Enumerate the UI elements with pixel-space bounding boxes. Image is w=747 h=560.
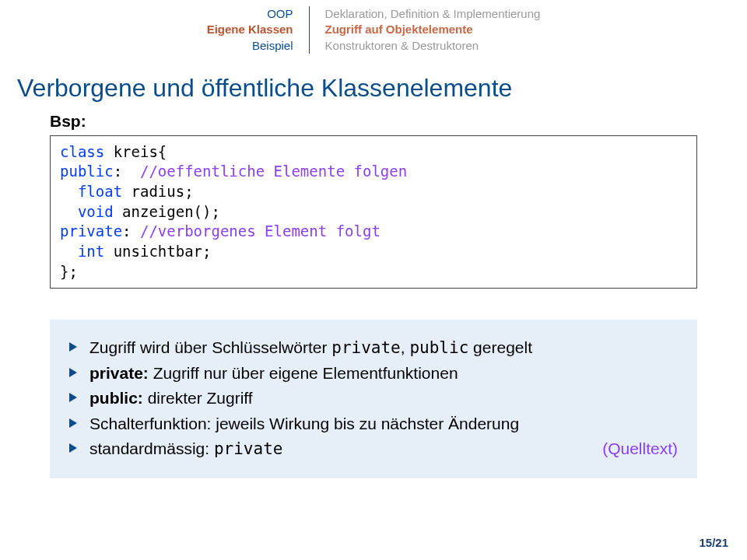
slide-title: Verborgene und öffentliche Klassenelemen… bbox=[17, 74, 747, 103]
code-text bbox=[60, 203, 78, 220]
bullet-bold: public: bbox=[89, 389, 143, 407]
list-item: private: Zugriff nur über eigene Element… bbox=[69, 362, 678, 385]
code-text: : bbox=[114, 163, 140, 180]
bullet-text: direkter Zugriff bbox=[143, 389, 253, 407]
list-item: standardmässig: private(Quelltext) bbox=[69, 437, 678, 460]
code-text bbox=[60, 183, 78, 200]
nav-right-item[interactable]: Deklaration, Definition & Implementierun… bbox=[325, 6, 541, 22]
code-keyword: public bbox=[60, 163, 114, 180]
list-item: Schalterfunktion: jeweils Wirkung bis zu… bbox=[69, 412, 678, 436]
top-navigation: OOP Eigene Klassen Beispiel Deklaration,… bbox=[0, 0, 747, 54]
list-item: Zugriff wird über Schlüsselwörter privat… bbox=[69, 336, 678, 359]
nav-left-item[interactable]: OOP bbox=[207, 6, 293, 22]
list-item: public: direkter Zugriff bbox=[69, 387, 678, 410]
bullet-icon bbox=[69, 393, 77, 402]
source-link[interactable]: (Quelltext) bbox=[602, 437, 678, 460]
nav-right-item[interactable]: Konstruktoren & Destruktoren bbox=[325, 38, 541, 54]
code-keyword: int bbox=[78, 243, 104, 260]
bullet-list: Zugriff wird über Schlüsselwörter privat… bbox=[69, 336, 678, 460]
bullet-icon bbox=[69, 418, 77, 428]
bullet-text: Zugriff wird über Schlüsselwörter bbox=[89, 338, 331, 356]
page-number: 15/21 bbox=[699, 536, 728, 549]
code-keyword: private bbox=[60, 222, 122, 240]
bullet-icon bbox=[69, 342, 77, 352]
code-keyword: class bbox=[60, 143, 104, 160]
bullet-text: geregelt bbox=[468, 338, 532, 356]
code-text bbox=[60, 243, 78, 260]
nav-right-item-active[interactable]: Zugriff auf Objektelemente bbox=[325, 22, 541, 37]
nav-left-item-active[interactable]: Eigene Klassen bbox=[207, 22, 293, 37]
code-text: : bbox=[122, 222, 140, 240]
code-inline: private bbox=[214, 439, 283, 458]
bullet-icon bbox=[69, 443, 77, 453]
code-comment: //oeffentliche Elemente folgen bbox=[140, 163, 407, 180]
nav-left-column: OOP Eigene Klassen Beispiel bbox=[207, 6, 293, 54]
code-text: }; bbox=[60, 263, 78, 280]
bullet-bold: private: bbox=[89, 364, 149, 382]
code-example: class kreis{ public: //oeffentliche Elem… bbox=[50, 135, 697, 289]
bullet-text: standardmässig: bbox=[89, 439, 214, 457]
code-keyword: float bbox=[78, 183, 122, 200]
code-text: anzeigen(); bbox=[114, 203, 220, 220]
bullet-icon bbox=[69, 368, 77, 377]
code-keyword: void bbox=[78, 203, 114, 220]
info-block: Zugriff wird über Schlüsselwörter privat… bbox=[50, 320, 697, 478]
bullet-text: Zugriff nur über eigene Elementfunktione… bbox=[149, 364, 458, 382]
code-inline: private bbox=[331, 338, 401, 357]
code-inline: public bbox=[409, 338, 468, 357]
bullet-text: , bbox=[401, 338, 410, 356]
example-label: Bsp: bbox=[50, 112, 697, 131]
nav-right-column: Deklaration, Definition & Implementierun… bbox=[325, 6, 541, 54]
code-text: radius; bbox=[122, 183, 194, 200]
code-comment: //verborgenes Element folgt bbox=[140, 222, 381, 240]
nav-left-item[interactable]: Beispiel bbox=[207, 38, 293, 54]
bullet-text: Schalterfunktion: jeweils Wirkung bis zu… bbox=[89, 415, 519, 432]
code-text: kreis{ bbox=[104, 143, 167, 160]
code-text: unsichtbar; bbox=[104, 243, 211, 260]
slide-content: Bsp: class kreis{ public: //oeffentliche… bbox=[0, 112, 747, 479]
nav-divider bbox=[309, 6, 310, 54]
